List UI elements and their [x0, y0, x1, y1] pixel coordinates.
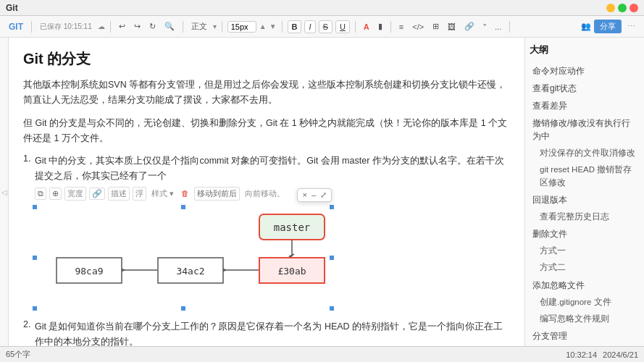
code-button[interactable]: </> [409, 21, 427, 33]
font-size-input[interactable] [227, 21, 256, 33]
commit1-label: 98ca9 [75, 266, 103, 277]
redo-button[interactable]: ↪ [131, 20, 143, 33]
share-area: 👥 分享 [581, 20, 622, 33]
outline-item-13[interactable]: 编写忽略文件规则 [530, 311, 640, 327]
outline-item-11[interactable]: 添加忽略文件 [530, 277, 640, 294]
resize-handle-ml[interactable] [32, 255, 38, 261]
outline-item-7[interactable]: 查看完整历史日志 [530, 209, 640, 225]
resize-handle-bc[interactable] [180, 306, 186, 311]
app-label: GIT [6, 20, 26, 33]
page-title[interactable]: Git 的分支 [23, 49, 510, 69]
delete-btn[interactable]: 🗑 [179, 188, 191, 198]
sep6 [355, 21, 356, 33]
outline-item-1[interactable]: 查看git状态 [530, 80, 640, 97]
outline-item-2[interactable]: 查看差异 [530, 97, 640, 114]
outline-item-14[interactable]: 分支管理 [530, 327, 640, 345]
desc-label[interactable]: 描述 [108, 187, 130, 201]
right-arrow-label[interactable]: 向前移动。 [243, 188, 287, 200]
image-toolbar: × – ⤢ [297, 188, 332, 202]
list-item-1-text: Git 中的分支，其实本质上仅仅是个指向commit 对象的可变指针。Git 会… [35, 156, 504, 181]
outline-item-0[interactable]: 命令对应动作 [530, 62, 640, 80]
list-item-toolbar: ⧉ ⊕ 宽度 🔗 描述 浮 样式 ▾ 🗑 移动到前后 向前移动。 [35, 187, 510, 201]
move-text-label[interactable]: 移动到前后 [194, 187, 240, 201]
list-item-1-content: Git 中的分支，其实本质上仅仅是个指向commit 对象的可变指针。Git 会… [35, 153, 510, 315]
main-layout: ◁ Git 的分支 其他版本控制系统如SVN 等都有分支管理，但是用过之后你会发… [0, 38, 644, 346]
time-display: 10:32:14 [566, 350, 597, 359]
outline-item-6[interactable]: 回退版本 [530, 191, 640, 209]
right-sidebar: 大纲 命令对应动作 查看git状态 查看差异 撤销修改/修改没有执行行为中 对没… [524, 38, 644, 346]
share-icon: 👥 [581, 22, 591, 31]
resize-handle-bl[interactable] [32, 306, 38, 311]
resize-handle-mr[interactable] [329, 255, 335, 261]
search-button[interactable]: 🔍 [162, 20, 177, 33]
list-item-2-text: Git 是如何知道你当前在哪个分支上工作的？原因是它保存着一个名为 HEAD 的… [35, 321, 503, 347]
app-title: Git [6, 3, 18, 13]
highlight-button[interactable]: ▮ [375, 20, 385, 33]
float-label[interactable]: 浮 [133, 187, 146, 201]
sep3 [183, 21, 183, 33]
move-btn[interactable]: ⊕ [49, 188, 62, 200]
outline-item-9[interactable]: 方式一 [530, 243, 640, 259]
title-bar: Git [0, 0, 644, 16]
width-label[interactable]: 宽度 [64, 187, 86, 201]
list-item-2-content: Git 是如何知道你当前在哪个分支上工作的？原因是它保存着一个名为 HEAD 的… [35, 319, 510, 347]
outline-item-10[interactable]: 方式二 [530, 259, 640, 276]
close-button[interactable] [630, 4, 638, 12]
img-toolbar-min[interactable]: – [311, 190, 316, 199]
window-controls [606, 4, 638, 12]
undo-button[interactable]: ↩ [116, 20, 128, 33]
resize-handle-tc[interactable] [180, 204, 186, 210]
img-toolbar-expand[interactable]: ⤢ [320, 190, 327, 200]
font-color-button[interactable]: A [361, 21, 372, 33]
font-size-down-icon[interactable]: ▼ [269, 22, 277, 30]
diagram-container[interactable]: × – ⤢ master £30ab [35, 207, 332, 308]
share-button[interactable]: 分享 [594, 20, 622, 33]
table-button[interactable]: ⊞ [430, 20, 442, 33]
outline-item-5[interactable]: git reset HEAD 撤销暂存区修改 [530, 161, 640, 191]
bold-button[interactable]: B [288, 20, 302, 33]
list-button[interactable]: ≡ [396, 21, 406, 33]
quote-button[interactable]: " [480, 21, 489, 33]
left-panel-toggle[interactable]: ◁ [0, 38, 9, 346]
status-right: 10:32:14 2024/6/21 [566, 350, 638, 359]
link-icon[interactable]: 🔗 [89, 188, 105, 200]
strike-button[interactable]: S [319, 20, 333, 33]
img-toolbar-close[interactable]: × [302, 190, 306, 199]
sep4 [222, 21, 222, 33]
more-options-button[interactable]: ⋯ [624, 20, 638, 33]
outline-item-12[interactable]: 创建.gitignore 文件 [530, 294, 640, 311]
link-button[interactable]: 🔗 [461, 20, 477, 33]
minimize-button[interactable] [606, 4, 615, 12]
image-button[interactable]: 🖼 [445, 21, 459, 33]
outline-item-4[interactable]: 对没保存的文件取消修改 [530, 145, 640, 161]
sep2 [110, 21, 111, 33]
date-display: 2024/6/21 [603, 350, 638, 359]
style-dropdown[interactable]: 样式 ▾ [149, 188, 176, 200]
underline-button[interactable]: U [335, 20, 350, 33]
content-area: Git 的分支 其他版本控制系统如SVN 等都有分支管理，但是用过之后你会发现，… [9, 38, 524, 346]
font-style-dropdown[interactable]: 正文 [188, 20, 210, 33]
outline-title: 大纲 [530, 43, 640, 56]
history-button[interactable]: ↻ [146, 20, 159, 33]
resize-handle-tl[interactable] [32, 204, 38, 210]
list-number-1: 1. [23, 153, 35, 315]
commit2-label: 34ac2 [176, 266, 204, 277]
sep8 [509, 21, 510, 33]
list-item-2: 2. Git 是如何知道你当前在哪个分支上工作的？原因是它保存着一个名为 HEA… [23, 319, 510, 347]
copy-btn[interactable]: ⧉ [35, 188, 46, 200]
more-button[interactable]: ... [492, 21, 504, 33]
list-number-2: 2. [23, 319, 35, 347]
outline-item-3[interactable]: 撤销修改/修改没有执行行为中 [530, 114, 640, 145]
outline-item-15[interactable]: 分支作用 [530, 345, 640, 346]
resize-handle-br[interactable] [329, 306, 335, 311]
italic-button[interactable]: I [304, 20, 315, 33]
list-item-1: 1. Git 中的分支，其实本质上仅仅是个指向commit 对象的可变指针。Gi… [23, 153, 510, 315]
word-count: 65个字 [6, 349, 30, 360]
sep7 [390, 21, 391, 33]
maximize-button[interactable] [618, 4, 627, 12]
outline-item-8[interactable]: 删除文件 [530, 225, 640, 243]
resize-handle-tr[interactable] [329, 204, 335, 210]
status-bar: 65个字 10:32:14 2024/6/21 [0, 346, 644, 362]
font-size-up-icon[interactable]: ▲ [259, 22, 267, 30]
left-toggle-icon: ◁ [0, 188, 8, 196]
